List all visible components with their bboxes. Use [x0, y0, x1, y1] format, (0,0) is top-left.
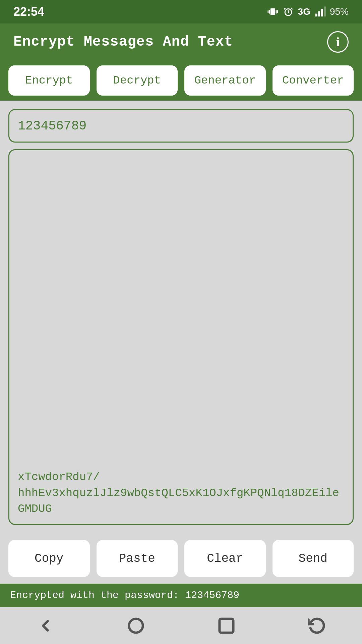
tab-bar: Encrypt Decrypt Generator Converter — [0, 60, 362, 101]
encrypted-output: xTcwdorRdu7/ hhhEv3xhquzlJlz9wbQstQLC5xK… — [18, 469, 344, 517]
svg-rect-9 — [318, 11, 320, 17]
svg-rect-1 — [269, 10, 270, 13]
tab-generator[interactable]: Generator — [184, 65, 266, 96]
header: Encrypt Messages And Text i — [0, 23, 362, 60]
page-title: Encrypt Messages And Text — [13, 34, 233, 50]
tab-decrypt[interactable]: Decrypt — [97, 65, 178, 96]
svg-rect-8 — [315, 14, 317, 17]
battery-label: 95% — [330, 6, 349, 17]
svg-rect-3 — [267, 10, 268, 13]
paste-button[interactable]: Paste — [97, 540, 178, 577]
home-icon — [127, 616, 145, 635]
copy-button[interactable]: Copy — [8, 540, 90, 577]
network-label: 3G — [298, 6, 310, 17]
svg-rect-11 — [324, 6, 326, 16]
svg-rect-4 — [277, 10, 278, 13]
status-bar: 22:54 3G 95% — [0, 0, 362, 23]
svg-rect-13 — [219, 619, 233, 632]
svg-point-12 — [129, 619, 142, 632]
signal-icon — [314, 6, 326, 17]
vibrate-icon — [267, 6, 279, 17]
svg-rect-0 — [270, 8, 275, 15]
encrypted-line1: xTcwdorRdu7/ — [18, 471, 100, 483]
recent-nav-button[interactable] — [215, 614, 238, 637]
svg-rect-2 — [276, 10, 277, 13]
status-icons: 3G 95% — [267, 6, 349, 17]
password-input[interactable] — [18, 119, 344, 133]
rotate-nav-button[interactable] — [305, 614, 328, 637]
svg-line-6 — [284, 8, 285, 9]
svg-rect-10 — [321, 9, 323, 17]
tab-converter[interactable]: Converter — [273, 65, 354, 96]
status-time: 22:54 — [13, 5, 44, 19]
alarm-icon — [283, 6, 294, 17]
bottom-buttons: Copy Paste Clear Send — [0, 533, 362, 584]
info-button[interactable]: i — [327, 31, 349, 53]
status-footer: Encrypted with the password: 123456789 — [0, 584, 362, 607]
message-textarea[interactable] — [18, 157, 344, 469]
rotate-icon — [308, 616, 326, 635]
password-input-container — [8, 109, 354, 143]
main-content: xTcwdorRdu7/ hhhEv3xhquzlJlz9wbQstQLC5xK… — [0, 101, 362, 533]
back-nav-button[interactable] — [34, 614, 57, 637]
text-area-container: xTcwdorRdu7/ hhhEv3xhquzlJlz9wbQstQLC5xK… — [8, 149, 354, 525]
home-nav-button[interactable] — [124, 614, 147, 637]
recent-icon — [217, 616, 236, 635]
clear-button[interactable]: Clear — [184, 540, 266, 577]
nav-bar — [0, 607, 362, 644]
status-footer-text: Encrypted with the password: 123456789 — [10, 590, 239, 601]
send-button[interactable]: Send — [273, 540, 354, 577]
tab-encrypt[interactable]: Encrypt — [8, 65, 90, 96]
svg-line-7 — [291, 8, 292, 9]
back-icon — [36, 616, 55, 635]
encrypted-line2: hhhEv3xhquzlJlz9wbQstQLC5xK1OJxfgKPQNlq1… — [18, 487, 339, 516]
